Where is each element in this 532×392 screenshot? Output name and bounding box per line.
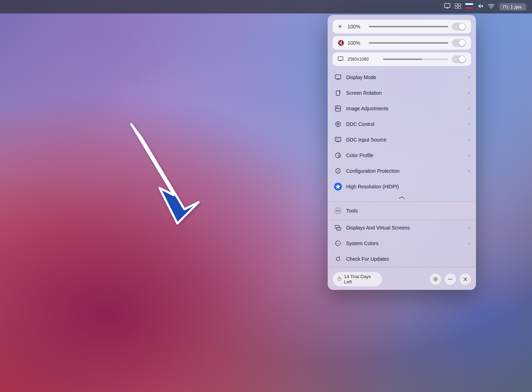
resolution-track[interactable] bbox=[383, 59, 448, 60]
ddc-control-chevron: › bbox=[468, 122, 470, 127]
svg-rect-6 bbox=[458, 6, 461, 9]
menu-item-display-mode[interactable]: Display Mode › bbox=[328, 70, 476, 85]
menu-item-check-updates[interactable]: Check For Updates bbox=[328, 251, 476, 267]
resolution-toggle-knob bbox=[459, 56, 465, 62]
svg-rect-5 bbox=[455, 6, 458, 9]
system-colors-label: System Colors bbox=[346, 241, 464, 246]
svg-rect-0 bbox=[444, 4, 450, 7]
volume-value: 100% bbox=[348, 40, 365, 46]
divider-3 bbox=[328, 267, 476, 267]
config-protection-label: Configuration Protection bbox=[346, 168, 464, 174]
image-adjustments-chevron: › bbox=[468, 106, 470, 111]
brightness-row[interactable]: ☀ 100% bbox=[333, 20, 471, 33]
check-updates-label: Check For Updates bbox=[346, 256, 470, 262]
tools-item[interactable]: Tools bbox=[328, 202, 476, 220]
menubar-system-icons bbox=[444, 3, 494, 11]
brightness-track[interactable] bbox=[369, 26, 448, 27]
ddc-input-label: DDC Input Source bbox=[346, 137, 464, 143]
screen-rotation-icon bbox=[334, 89, 342, 97]
svg-rect-3 bbox=[455, 4, 458, 6]
brightness-value: 100% bbox=[348, 24, 365, 29]
tools-section: Tools bbox=[328, 202, 476, 220]
popup-panel: ☀ 100% 🔇 100% bbox=[328, 15, 476, 290]
tools-label: Tools bbox=[346, 208, 358, 214]
image-adjustments-label: Image Adjustments bbox=[346, 106, 464, 111]
menubar: Пт, 1 дек. bbox=[0, 0, 532, 13]
svg-point-37 bbox=[339, 210, 340, 211]
resolution-toggle[interactable] bbox=[452, 55, 466, 63]
menu-item-high-resolution[interactable]: High Resolution (HiDPI) bbox=[328, 179, 476, 194]
ddc-control-label: DDC Control bbox=[346, 121, 464, 127]
menu-items-section: Display Mode › Screen Rotation › bbox=[328, 70, 476, 194]
ddc-input-chevron: › bbox=[468, 137, 470, 142]
menubar-wifi-icon bbox=[488, 3, 494, 11]
menubar-date: Пт, 1 дек. bbox=[499, 3, 526, 11]
menu-item-ddc-control[interactable]: DDC Control › bbox=[328, 116, 476, 132]
more-button[interactable] bbox=[445, 274, 456, 285]
color-profile-chevron: › bbox=[468, 153, 470, 158]
svg-rect-39 bbox=[337, 227, 341, 230]
display-mode-label: Display Mode bbox=[346, 74, 464, 80]
bottom-menu-section: Displays And Virtual Screens › System Co… bbox=[328, 220, 476, 267]
settings-button[interactable] bbox=[430, 274, 441, 285]
menu-item-system-colors[interactable]: System Colors › bbox=[328, 236, 476, 251]
svg-rect-11 bbox=[465, 7, 473, 9]
volume-toggle-knob bbox=[459, 40, 465, 46]
menu-item-config-protection[interactable]: Configuration Protection › bbox=[328, 163, 476, 179]
menu-item-color-profile[interactable]: Color Profile › bbox=[328, 148, 476, 163]
svg-point-14 bbox=[491, 8, 492, 9]
collapse-indicator[interactable] bbox=[328, 194, 476, 201]
color-profile-icon bbox=[334, 151, 342, 159]
system-colors-chevron: › bbox=[468, 241, 470, 246]
svg-rect-18 bbox=[335, 75, 341, 79]
display-mode-icon bbox=[334, 73, 342, 81]
menu-item-image-adjustments[interactable]: Image Adjustments › bbox=[328, 101, 476, 116]
displays-virtual-chevron: › bbox=[468, 225, 470, 230]
config-protection-icon bbox=[334, 167, 342, 175]
svg-rect-31 bbox=[338, 138, 340, 139]
svg-point-35 bbox=[336, 210, 337, 211]
svg-rect-21 bbox=[336, 91, 340, 95]
svg-rect-8 bbox=[465, 3, 473, 5]
volume-track[interactable] bbox=[369, 42, 448, 44]
svg-point-44 bbox=[451, 279, 453, 280]
menubar-mute-icon bbox=[477, 3, 484, 11]
menu-item-ddc-input[interactable]: DDC Input Source › bbox=[328, 132, 476, 148]
svg-rect-9 bbox=[465, 5, 473, 7]
menubar-flag-icon bbox=[465, 3, 473, 10]
popup-footer: ⏱ 14 Trial Days Left bbox=[328, 269, 476, 290]
brightness-fill bbox=[369, 26, 448, 27]
system-colors-icon bbox=[334, 239, 342, 247]
brightness-toggle-knob bbox=[459, 23, 465, 30]
trial-timer-icon: ⏱ bbox=[337, 276, 342, 282]
brightness-toggle[interactable] bbox=[452, 23, 466, 31]
svg-point-43 bbox=[450, 279, 451, 280]
volume-fill bbox=[369, 42, 448, 44]
svg-point-26 bbox=[338, 124, 338, 125]
tools-icon bbox=[334, 207, 342, 215]
volume-row[interactable]: 🔇 100% bbox=[333, 36, 471, 50]
menubar-display-icon bbox=[444, 3, 450, 11]
svg-rect-27 bbox=[335, 137, 341, 141]
menu-item-displays-virtual[interactable]: Displays And Virtual Screens › bbox=[328, 220, 476, 236]
close-button[interactable] bbox=[460, 274, 471, 285]
color-profile-label: Color Profile bbox=[346, 153, 464, 158]
volume-toggle[interactable] bbox=[452, 39, 466, 47]
sliders-section: ☀ 100% 🔇 100% bbox=[328, 20, 476, 66]
image-adjustments-icon bbox=[334, 105, 342, 112]
displays-virtual-icon bbox=[334, 224, 342, 232]
trial-days-text: 14 Trial Days Left bbox=[344, 274, 378, 285]
check-updates-icon bbox=[334, 255, 342, 263]
display-mode-chevron: › bbox=[468, 75, 470, 80]
volume-icon: 🔇 bbox=[338, 40, 344, 46]
resolution-fill bbox=[383, 59, 422, 60]
resolution-value: 2560x1080 bbox=[348, 57, 379, 62]
displays-virtual-label: Displays And Virtual Screens bbox=[346, 225, 464, 231]
trial-badge[interactable]: ⏱ 14 Trial Days Left bbox=[333, 272, 382, 286]
config-protection-chevron: › bbox=[468, 169, 470, 173]
menubar-list-icon bbox=[455, 3, 461, 11]
resolution-row[interactable]: 2560x1080 bbox=[333, 53, 471, 66]
menu-item-screen-rotation[interactable]: Screen Rotation › bbox=[328, 85, 476, 101]
high-resolution-label: High Resolution (HiDPI) bbox=[346, 184, 470, 189]
resolution-icon bbox=[338, 56, 344, 63]
